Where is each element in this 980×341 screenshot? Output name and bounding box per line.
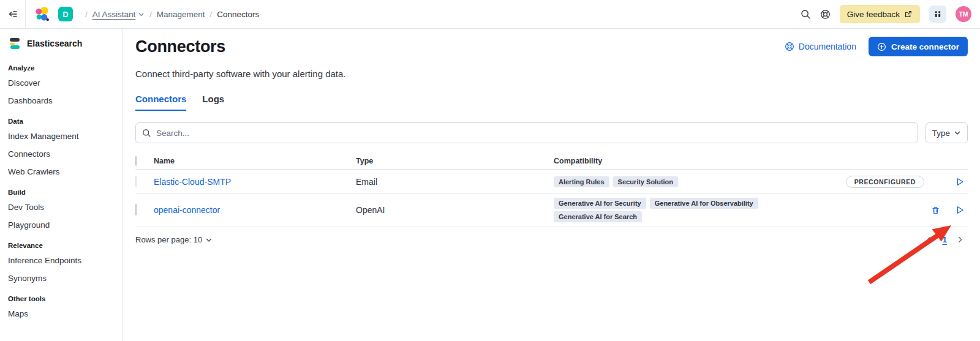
sidebar-item-playground[interactable]: Playground [8, 220, 115, 230]
play-icon [955, 177, 965, 187]
column-header-name[interactable]: Name [154, 157, 356, 165]
breadcrumb-label: AI Assistant [92, 10, 136, 19]
tab-bar: Connectors Logs [135, 94, 968, 111]
documentation-label: Documentation [799, 42, 856, 51]
elastic-logo-icon [35, 6, 51, 22]
sidebar-section-other-tools: Other tools [8, 295, 115, 302]
sidebar-item-web-crawlers[interactable]: Web Crawlers [8, 167, 115, 176]
tab-logs[interactable]: Logs [202, 94, 224, 111]
documentation-link[interactable]: Documentation [785, 42, 856, 51]
row-checkbox[interactable] [135, 204, 137, 215]
breadcrumb-connectors: Connectors [217, 10, 259, 19]
topbar-right: Give feedback TM [801, 5, 980, 23]
sidebar-item-synonyms[interactable]: Synonyms [8, 274, 115, 283]
elastic-logo[interactable] [35, 6, 51, 22]
trash-icon [931, 206, 940, 215]
compatibility-badge: Generative AI for Security [554, 198, 646, 209]
chevron-down-icon [954, 129, 961, 137]
previous-page-button[interactable] [925, 236, 933, 244]
column-header-type[interactable]: Type [356, 157, 554, 165]
sidebar-item-dashboards[interactable]: Dashboards [8, 96, 115, 105]
give-feedback-button[interactable]: Give feedback [840, 5, 920, 23]
compatibility-badge: Generative AI for Search [554, 211, 642, 222]
apps-grid-icon [933, 10, 942, 18]
run-connector-button[interactable] [955, 205, 965, 215]
search-input[interactable] [156, 129, 911, 138]
compatibility-badges: Alerting Rules Security Solution [554, 176, 756, 187]
app-root: D / AI Assistant / Management / Connecto… [0, 0, 980, 341]
column-header-compatibility: Compatibility [554, 157, 756, 165]
rows-per-page-label: Rows per page: 10 [135, 235, 202, 244]
collapse-nav-button[interactable] [0, 0, 26, 28]
project-badge[interactable]: D [58, 7, 73, 21]
sidebar-app-header: Elasticsearch [8, 37, 115, 50]
tab-connectors[interactable]: Connectors [135, 94, 186, 111]
create-connector-label: Create connector [891, 42, 959, 51]
pagination: 1 [925, 235, 968, 244]
sidebar-item-maps[interactable]: Maps [8, 309, 115, 318]
rows-per-page-dropdown[interactable]: Rows per page: 10 [135, 235, 213, 244]
elasticsearch-logo-icon [9, 37, 21, 50]
compatibility-badge: Security Solution [613, 176, 678, 187]
breadcrumb-separator: / [210, 10, 213, 19]
breadcrumb-management[interactable]: Management [157, 10, 205, 19]
table-header-row: Name Type Compatibility [135, 153, 968, 170]
table-footer: Rows per page: 10 1 [135, 235, 968, 244]
help-icon [820, 9, 831, 20]
run-connector-button[interactable] [955, 177, 965, 187]
page-header-actions: Documentation Create connector [785, 37, 968, 56]
plus-circle-icon [877, 42, 886, 51]
user-avatar[interactable]: TM [956, 6, 971, 22]
type-filter-dropdown[interactable]: Type [925, 122, 968, 143]
breadcrumb-separator: / [149, 10, 152, 19]
page-number-1[interactable]: 1 [942, 235, 947, 244]
play-icon [955, 205, 965, 215]
connector-link-openai-connector[interactable]: openai-connector [154, 205, 220, 215]
breadcrumb-ai-assistant[interactable]: AI Assistant [92, 10, 145, 19]
row-actions [925, 177, 968, 187]
help-menu-button[interactable] [820, 9, 831, 20]
apps-menu-button[interactable] [929, 6, 946, 23]
menu-left-icon [8, 9, 18, 19]
documentation-help-icon [785, 42, 794, 51]
connector-type: Email [356, 177, 554, 187]
give-feedback-label: Give feedback [847, 10, 900, 19]
create-connector-button[interactable]: Create connector [869, 37, 968, 56]
sidebar-item-inference-endpoints[interactable]: Inference Endpoints [8, 256, 115, 265]
main-content: Connectors Documentation Create connecto… [123, 29, 980, 341]
sidebar-nav: Analyze Discover Dashboards Data Index M… [8, 64, 115, 318]
delete-connector-button[interactable] [931, 206, 940, 215]
chevron-down-icon [205, 236, 213, 244]
compatibility-badge: Generative AI for Observability [650, 198, 758, 209]
compatibility-badge: Alerting Rules [554, 176, 609, 187]
connectors-table: Name Type Compatibility Elastic-Cloud-SM… [135, 153, 968, 227]
select-all-checkbox[interactable] [135, 156, 137, 166]
page-header: Connectors Documentation Create connecto… [135, 37, 968, 56]
sidebar-item-connectors[interactable]: Connectors [8, 149, 115, 159]
external-link-icon [904, 10, 913, 18]
topbar-left: D / AI Assistant / Management / Connecto… [26, 6, 259, 22]
sidebar: Elasticsearch Analyze Discover Dashboard… [0, 29, 123, 341]
preconfigured-badge: PRECONFIGURED [846, 176, 924, 188]
sidebar-app-title: Elasticsearch [27, 39, 82, 48]
search-box [135, 122, 918, 143]
row-actions [925, 205, 968, 215]
breadcrumb: / AI Assistant / Management / Connectors [80, 10, 259, 19]
sidebar-item-discover[interactable]: Discover [8, 78, 115, 88]
next-page-button[interactable] [956, 236, 964, 244]
sidebar-item-dev-tools[interactable]: Dev Tools [8, 203, 115, 212]
sidebar-section-data: Data [8, 118, 115, 125]
body-row: Elasticsearch Analyze Discover Dashboard… [0, 29, 980, 341]
table-row: openai-connector OpenAI Generative AI fo… [135, 194, 968, 227]
search-icon [142, 129, 151, 138]
chevron-right-icon [956, 236, 964, 244]
sidebar-item-index-management[interactable]: Index Management [8, 132, 115, 141]
top-header-bar: D / AI Assistant / Management / Connecto… [0, 0, 980, 29]
compatibility-badges: Generative AI for Security Generative AI… [554, 198, 756, 222]
table-controls: Type [135, 122, 968, 143]
sidebar-section-analyze: Analyze [8, 64, 115, 72]
chevron-left-icon [925, 236, 933, 244]
global-search-button[interactable] [801, 9, 811, 20]
connector-link-elastic-cloud-smtp[interactable]: Elastic-Cloud-SMTP [154, 177, 231, 187]
breadcrumb-separator: / [85, 10, 88, 19]
